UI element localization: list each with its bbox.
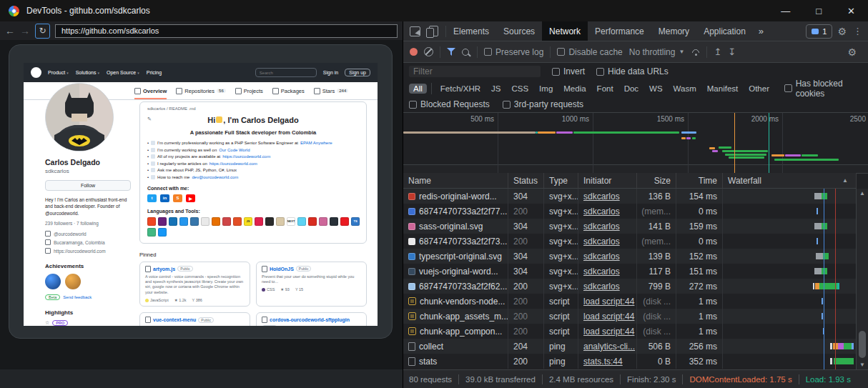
reload-icon[interactable]: ↻ <box>35 24 50 39</box>
devtools-tab-elements[interactable]: Elements <box>446 21 496 41</box>
initiator-cell[interactable]: load script:44 <box>578 324 637 339</box>
url-input[interactable] <box>55 24 398 38</box>
initiator-cell[interactable]: load script:44 <box>578 294 637 309</box>
export-har-icon[interactable]: ↧ <box>728 46 736 57</box>
bullet-link[interactable]: dev@ourcodeworld.com <box>192 175 238 179</box>
import-har-icon[interactable]: ↥ <box>714 46 721 57</box>
avatar[interactable] <box>45 83 114 151</box>
filter-chip-wasm[interactable]: Wasm <box>669 84 701 94</box>
forward-icon[interactable]: → <box>20 26 30 36</box>
preserve-log-box[interactable] <box>484 48 492 56</box>
minimize-button[interactable]: — <box>781 6 790 16</box>
followers-count[interactable]: 239 followers · 7 following <box>45 221 131 226</box>
twitter-icon[interactable]: t <box>147 194 157 202</box>
sign-in-link[interactable]: Sign in <box>323 70 338 75</box>
github-nav-product[interactable]: Product▾ <box>48 70 69 75</box>
initiator-cell[interactable]: sdkcarlos <box>578 189 637 204</box>
initiator-cell[interactable]: sdkcarlos <box>578 249 637 264</box>
filter-chip-js[interactable]: JS <box>487 84 505 94</box>
column-header-name[interactable]: Name <box>403 173 508 188</box>
network-conditions-icon[interactable] <box>691 49 700 56</box>
repo-name-link[interactable]: artyom.js <box>153 267 175 272</box>
github-search-input[interactable] <box>255 68 317 77</box>
filter-chip-doc[interactable]: Doc <box>620 84 643 94</box>
table-row[interactable]: redis-original-word...304svg+x...sdkcarl… <box>403 189 857 204</box>
scroll-up-icon[interactable]: ▲ <box>857 190 868 197</box>
column-header-status[interactable]: Status <box>508 173 544 188</box>
settings-gear-icon[interactable]: ⚙ <box>832 26 852 37</box>
column-header-waterfall[interactable]: Waterfall▲ <box>723 173 857 188</box>
profile-tab-stars[interactable]: Stars244 <box>314 82 349 99</box>
profile-tab-packages[interactable]: Packages <box>272 82 305 99</box>
preserve-log-checkbox[interactable]: Preserve log <box>484 47 543 57</box>
devtools-tab-memory[interactable]: Memory <box>651 21 696 41</box>
column-header-type[interactable]: Type <box>544 173 578 188</box>
profile-tab-repositories[interactable]: Repositories56 <box>176 82 225 99</box>
initiator-cell[interactable]: sdkcarlos <box>578 204 637 219</box>
table-row[interactable]: typescript-original.svg304svg+x...sdkcar… <box>403 249 857 264</box>
table-row[interactable]: vuejs-original-word...304svg+x...sdkcarl… <box>403 264 857 279</box>
search-icon[interactable] <box>462 49 469 56</box>
device-toolbar-icon[interactable] <box>429 26 438 36</box>
has-blocked-cookies-checkbox[interactable]: Has blocked cookies <box>784 79 862 99</box>
devtools-tab-network[interactable]: Network <box>542 21 588 41</box>
filter-input[interactable] <box>409 66 541 77</box>
sign-up-button[interactable]: Sign up <box>345 69 370 76</box>
initiator-cell[interactable]: sdkcarlos <box>578 219 637 234</box>
send-feedback-link[interactable]: Send feedback <box>63 295 92 299</box>
readme-breadcrumb[interactable]: sdkcarlos / README .md <box>147 106 359 111</box>
achievement-badge-2[interactable] <box>65 274 81 289</box>
hide-data-urls-checkbox[interactable]: Hide data URLs <box>596 66 669 76</box>
repo-stars[interactable]: ★ 93 <box>280 287 290 292</box>
column-header-time[interactable]: Time <box>676 173 723 188</box>
record-icon[interactable] <box>410 48 418 56</box>
network-settings-gear-icon[interactable]: ⚙ <box>842 46 862 58</box>
initiator-cell[interactable]: sdkcarlos <box>578 279 637 294</box>
linkedin-icon[interactable]: in <box>160 194 169 202</box>
sort-asc-icon[interactable]: ▲ <box>842 177 851 184</box>
follow-button[interactable]: Follow <box>45 180 131 191</box>
table-row[interactable]: chunk-app_assets_m...200scriptload scrip… <box>403 309 857 324</box>
profile-tab-projects[interactable]: Projects <box>235 82 263 99</box>
initiator-cell[interactable]: sdkcarlos <box>578 264 637 279</box>
devtools-tab-performance[interactable]: Performance <box>588 21 651 41</box>
achievement-badge-1[interactable] <box>45 274 61 289</box>
filter-funnel-icon[interactable] <box>447 48 455 56</box>
initiator-cell[interactable]: analytics-cli... <box>578 339 637 354</box>
repo-forks[interactable]: Y 386 <box>192 298 202 302</box>
table-row[interactable]: 68747470733a2f2f73...200svg+x...sdkcarlo… <box>403 234 857 249</box>
stackoverflow-icon[interactable]: S <box>173 194 182 202</box>
table-row[interactable]: collect204pinganalytics-cli...506 B256 m… <box>403 339 857 354</box>
menu-dots-icon[interactable]: ⋮ <box>852 26 868 36</box>
filter-chip-media[interactable]: Media <box>559 84 590 94</box>
repo-name-link[interactable]: cordova-ourcodeworld-sftpplugin <box>270 317 350 322</box>
table-row[interactable]: 68747470733a2f2f62...200svg+x...sdkcarlo… <box>403 279 857 294</box>
github-nav-pricing[interactable]: Pricing <box>147 70 162 75</box>
bullet-link[interactable]: Our Code World <box>219 148 250 152</box>
bullet-link[interactable]: EPAM Anywhere <box>300 141 332 145</box>
inspect-element-icon[interactable] <box>410 26 420 36</box>
filter-chip-font[interactable]: Font <box>593 84 618 94</box>
github-nav-solutions[interactable]: Solutions▾ <box>76 70 99 75</box>
more-tabs-icon[interactable]: » <box>753 26 769 36</box>
invert-checkbox[interactable]: Invert <box>552 66 585 76</box>
maximize-button[interactable]: □ <box>816 6 822 16</box>
disable-cache-checkbox[interactable]: Disable cache <box>557 47 622 57</box>
table-row[interactable]: stats200pingstats.ts:440 B352 ms <box>403 354 857 369</box>
close-button[interactable]: ✕ <box>847 6 855 16</box>
github-nav-open-source[interactable]: Open Source▾ <box>107 70 139 75</box>
repo-name-link[interactable]: HoldOnJS <box>270 267 294 272</box>
network-overview-timeline[interactable]: 500 ms1000 ms1500 ms2000 ms2500 <box>403 113 868 174</box>
scrollbar-thumb[interactable] <box>859 331 866 358</box>
filter-chip-ws[interactable]: WS <box>645 84 667 94</box>
filter-chip-manifest[interactable]: Manifest <box>703 84 742 94</box>
filter-chip-other[interactable]: Other <box>744 84 774 94</box>
back-icon[interactable]: ← <box>5 26 15 36</box>
disable-cache-box[interactable] <box>557 48 565 56</box>
table-row[interactable]: chunk-app_compon...200scriptload script:… <box>403 324 857 339</box>
blocked-requests-checkbox[interactable]: Blocked Requests <box>409 99 490 109</box>
column-header-size[interactable]: Size <box>637 173 676 188</box>
bullet-link[interactable]: https://ourcodeworld.com <box>222 154 270 159</box>
issues-badge[interactable]: 1 <box>806 24 832 39</box>
filter-chip-img[interactable]: Img <box>535 84 557 94</box>
